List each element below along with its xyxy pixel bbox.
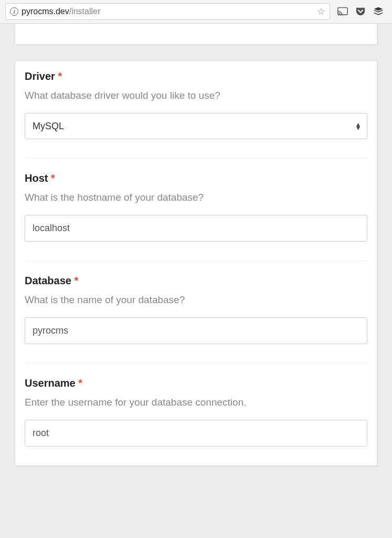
username-input[interactable] [25, 420, 367, 447]
host-label: Host * [25, 172, 367, 184]
database-section: Database * What is the name of your data… [25, 275, 367, 364]
host-input[interactable] [25, 215, 367, 242]
required-marker: * [58, 70, 62, 82]
bookmark-star-icon[interactable]: ☆ [317, 6, 325, 17]
username-help: Enter the username for your database con… [25, 397, 367, 408]
username-section: Username * Enter the username for your d… [25, 377, 367, 465]
host-help: What is the hostname of your database? [25, 192, 367, 203]
url-text: pyrocms.dev/installer [22, 7, 100, 16]
database-help: What is the name of your database? [25, 294, 367, 306]
buffer-icon[interactable] [373, 6, 384, 17]
host-section: Host * What is the hostname of your data… [25, 172, 367, 261]
database-label: Database * [25, 275, 367, 287]
driver-select[interactable]: MySQL [25, 113, 367, 139]
required-marker: * [78, 377, 82, 389]
pocket-icon[interactable] [355, 7, 366, 16]
url-input[interactable]: i pyrocms.dev/installer ☆ [5, 3, 330, 20]
driver-label: Driver * [25, 70, 367, 82]
svg-point-1 [338, 14, 340, 16]
installer-form-card: Driver * What database driver would you … [15, 60, 377, 466]
driver-select-wrap: MySQL ▴▾ [25, 113, 367, 139]
required-marker: * [51, 172, 55, 184]
driver-section: Driver * What database driver would you … [25, 70, 367, 159]
required-marker: * [75, 275, 79, 286]
cast-icon[interactable] [337, 7, 348, 16]
browser-toolbar-icons [334, 6, 387, 17]
driver-help: What database driver would you like to u… [25, 90, 367, 101]
page-background: Driver * What database driver would you … [0, 24, 392, 538]
site-info-icon[interactable]: i [10, 7, 18, 16]
database-input[interactable] [25, 317, 367, 344]
card-previous-section [15, 24, 377, 45]
username-label: Username * [25, 377, 367, 389]
browser-address-bar: i pyrocms.dev/installer ☆ [0, 0, 392, 24]
